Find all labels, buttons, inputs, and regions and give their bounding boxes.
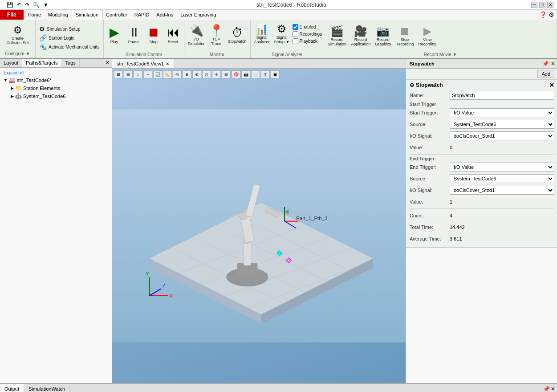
reset-button[interactable]: ⏮ Reset — [164, 25, 182, 45]
stn-label: stn_TestCode6* — [17, 78, 52, 83]
menu-addins[interactable]: Add-Ins — [153, 10, 177, 20]
activate-mechanical-button[interactable]: 🔩 Activate Mechanical Units — [37, 43, 102, 51]
panel-close-icon[interactable]: ✕ — [551, 61, 555, 67]
add-stopwatch-button[interactable]: Add — [537, 70, 554, 78]
stop-button[interactable]: ⏹ Stop — [145, 25, 163, 45]
svg-text:Part_1_Pth_3: Part_1_Pth_3 — [296, 216, 327, 221]
tree-item-stn[interactable]: ▼ 🏭 stn_TestCode6* — [2, 76, 110, 84]
enabled-checkbox[interactable] — [293, 24, 298, 30]
settings-icon[interactable]: ⚙ — [549, 11, 554, 18]
average-time-row: Average Time: 3.611 — [410, 234, 554, 244]
station-elements-label: Station Elements — [23, 86, 60, 91]
panel-pin-icon[interactable]: 📌 — [542, 61, 549, 67]
record-application-button[interactable]: 🎥 Record Application — [349, 24, 372, 48]
create-collision-set-button[interactable]: ⚙ Create Collision Set — [4, 24, 30, 46]
left-panel-close[interactable]: ✕ — [103, 59, 112, 67]
tab-paths-targets[interactable]: Paths&Targets — [22, 59, 62, 67]
right-panel: Stopwatch 📌 ✕ Add ⊖ Stopwatch ✕ Name: St… — [406, 59, 557, 383]
customize-icon[interactable]: ▼ — [42, 1, 50, 8]
stopwatch-button[interactable]: ⏱ Stopwatch — [226, 25, 248, 45]
folder-icon: 📁 — [15, 85, 22, 91]
collision-icon: ⚙ — [13, 25, 22, 35]
collapse-button[interactable]: ⊖ — [410, 82, 414, 88]
end-trigger-section-label: End Trigger — [410, 156, 554, 161]
station-logic-button[interactable]: 🔗 Station Logic — [37, 34, 102, 42]
signal-analyzer-button[interactable]: 📊 Signal Analyzer — [252, 22, 272, 45]
tree-item-station-elements[interactable]: ▶ 📁 Station Elements — [9, 84, 110, 92]
menu-laser[interactable]: Laser Engraving — [177, 10, 220, 20]
stop-recording-button[interactable]: ⏹ Stop Recording — [394, 24, 415, 48]
undo-icon[interactable]: ↶ — [16, 1, 23, 8]
name-input[interactable] — [450, 91, 554, 100]
tree-item-system[interactable]: ▶ 🤖 System_TestCode6 — [9, 92, 110, 100]
source2-dropdown[interactable]: System_TestCode6 — [450, 174, 554, 183]
setup-icon: ⚙ — [39, 26, 45, 32]
tcp-trace-button[interactable]: 📍 TCP Trace — [207, 23, 225, 47]
end-trigger-label: End Trigger: — [410, 164, 450, 170]
playback-checkbox[interactable] — [293, 38, 298, 44]
play-button[interactable]: ▶ Play — [106, 25, 123, 45]
tab-output[interactable]: Output — [0, 384, 24, 392]
source1-row: Source: System_TestCode6 — [410, 119, 554, 129]
record-graphics-button[interactable]: 📷 Record Graphics — [373, 24, 393, 48]
name-row: Name: — [410, 90, 554, 100]
main-area: Layout Paths&Targets Tags ✕ Expand all ▼… — [0, 59, 557, 383]
end-trigger-dropdown[interactable]: I/O Value — [450, 163, 554, 172]
tab-layout[interactable]: Layout — [0, 59, 22, 67]
tab-simwatch[interactable]: SimulationWatch — [24, 384, 70, 392]
pause-button[interactable]: ⏸ Pause — [125, 25, 143, 45]
bottom-panel-close[interactable]: ✕ — [551, 386, 555, 392]
io-signal2-dropdown[interactable]: doClsCover_Stnd1 — [450, 186, 554, 195]
close-button[interactable]: ✕ — [547, 2, 553, 8]
expand-arrow-se: ▶ — [11, 86, 14, 90]
view-recording-button[interactable]: ▶ View Recording — [416, 24, 438, 48]
sim-control-label: Simulation Control — [106, 51, 182, 57]
signal-setup-button[interactable]: ⚙ Signal Setup ▼ — [272, 22, 292, 45]
mechanical-icon: 🔩 — [39, 44, 47, 50]
viewport-3d[interactable]: ⊞ ⊟ ↕ ↔ 🔄 📐 ◎ ⊕ ⊗ ◎ ✛ ⊞ 🎯 📸 ⬜ ◫ ▣ — [112, 69, 406, 383]
center-area: stn_TestCode6:View1 ✕ ⊞ ⊟ ↕ ↔ 🔄 📐 ◎ ⊕ ⊗ … — [112, 59, 406, 383]
stopwatch-tab[interactable]: Stopwatch — [408, 61, 436, 66]
minimize-button[interactable]: ─ — [531, 2, 537, 8]
bottom-panel-pin[interactable]: 📌 — [543, 386, 550, 392]
source2-row: Source: System_TestCode6 — [410, 174, 554, 184]
svg-text:X: X — [170, 294, 173, 298]
menu-rapid[interactable]: RAPID — [131, 10, 153, 20]
ribbon-group-collision: ⚙ Create Collision Set Configure ▼ — [0, 20, 36, 58]
file-menu[interactable]: File — [0, 10, 24, 20]
search-icon[interactable]: 🔍 — [32, 1, 41, 8]
menu-modeling[interactable]: Modeling — [45, 10, 72, 20]
menu-controller[interactable]: Controller — [102, 10, 131, 20]
io-signal2-label: I/O Signal: — [410, 188, 450, 193]
io-signal1-dropdown[interactable]: doClsCover_Stnd1 — [450, 131, 554, 140]
bottom-panel-tabs: Output SimulationWatch 📌 ✕ — [0, 384, 557, 392]
source1-dropdown[interactable]: System_TestCode6 — [450, 120, 554, 129]
section-close-button[interactable]: ✕ — [549, 82, 554, 89]
viewport-tab[interactable]: stn_TestCode6:View1 ✕ — [112, 59, 174, 68]
tab-tags[interactable]: Tags — [62, 59, 80, 67]
viewport-close[interactable]: ✕ — [166, 61, 169, 66]
io-simulator-button[interactable]: 🔌 I/O Simulator — [186, 23, 207, 47]
expand-all[interactable]: Expand all — [2, 69, 110, 76]
bottom-panel: Output SimulationWatch 📌 ✕ Show messages… — [0, 383, 557, 392]
maximize-button[interactable]: □ — [539, 2, 545, 8]
save-icon[interactable]: 💾 — [5, 1, 15, 8]
recordings-checkbox[interactable] — [293, 31, 298, 37]
redo-icon[interactable]: ↷ — [24, 1, 31, 8]
total-time-row: Total Time: 14.442 — [410, 222, 554, 232]
window-controls: ─ □ ✕ — [531, 2, 553, 8]
expand-arrow-stn: ▼ — [4, 78, 8, 82]
source2-label: Source: — [410, 176, 450, 181]
record-simulation-button[interactable]: 🎬 Record Simulation — [326, 24, 348, 48]
expand-arrow-sys: ▶ — [11, 94, 14, 98]
simulation-setup-button[interactable]: ⚙ Simulation Setup — [37, 25, 102, 33]
start-trigger-dropdown[interactable]: I/O Value — [450, 108, 554, 117]
io-signal1-label: I/O Signal: — [410, 133, 450, 139]
menu-simulation[interactable]: Simulation — [72, 10, 102, 20]
help-icon[interactable]: ❓ — [539, 11, 547, 18]
left-panel-content: Expand all ▼ 🏭 stn_TestCode6* ▶ 📁 Statio… — [0, 68, 112, 383]
svg-rect-16 — [244, 240, 251, 265]
total-time-label: Total Time: — [410, 225, 450, 230]
average-time-value: 3.611 — [450, 236, 554, 241]
menu-home[interactable]: Home — [24, 10, 45, 20]
